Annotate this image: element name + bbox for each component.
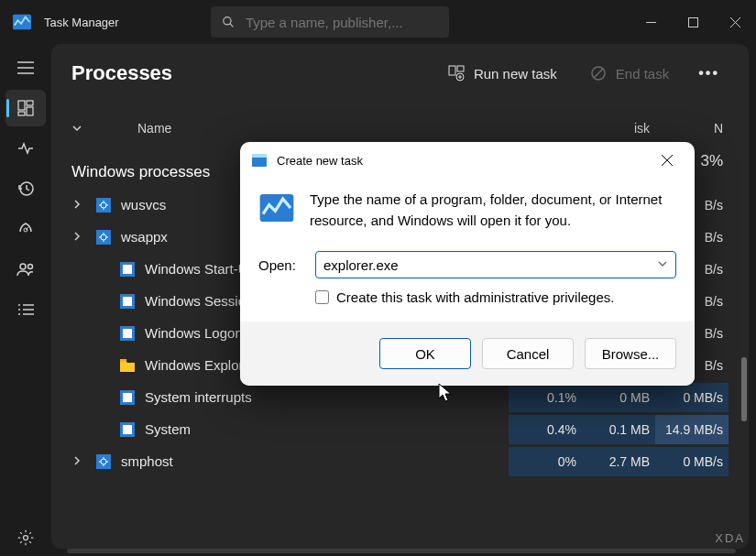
svg-point-18 bbox=[28, 265, 33, 269]
process-icon bbox=[95, 197, 112, 213]
process-icon bbox=[119, 325, 136, 342]
cancel-button[interactable]: Cancel bbox=[482, 338, 574, 369]
svg-point-1 bbox=[223, 17, 230, 25]
process-icon bbox=[119, 261, 136, 278]
create-new-task-dialog: Create new task Type the name of a progr… bbox=[240, 142, 695, 386]
svg-point-17 bbox=[20, 264, 26, 269]
svg-rect-47 bbox=[123, 425, 132, 434]
metric-cell: 0 MB bbox=[582, 383, 655, 412]
metric-cell: 0.1% bbox=[509, 383, 582, 412]
run-new-task-button[interactable]: Run new task bbox=[435, 58, 570, 89]
svg-rect-13 bbox=[18, 112, 25, 115]
nav-startup-apps[interactable] bbox=[5, 211, 46, 247]
process-name: smphost bbox=[121, 453, 173, 469]
end-task-label: End task bbox=[616, 66, 669, 82]
chevron-down-icon[interactable] bbox=[657, 256, 668, 273]
open-input[interactable] bbox=[323, 257, 657, 273]
svg-rect-26 bbox=[449, 66, 455, 75]
svg-rect-10 bbox=[18, 101, 25, 110]
end-task-icon bbox=[590, 65, 607, 82]
process-icon bbox=[119, 421, 136, 438]
svg-rect-12 bbox=[27, 107, 33, 115]
open-label: Open: bbox=[258, 257, 302, 273]
svg-rect-11 bbox=[27, 101, 33, 105]
svg-rect-35 bbox=[96, 230, 111, 245]
nav-processes[interactable] bbox=[5, 90, 46, 126]
col-disk[interactable]: isk bbox=[582, 121, 655, 136]
more-button[interactable]: ••• bbox=[689, 58, 729, 89]
minimize-button[interactable] bbox=[630, 0, 672, 44]
process-icon bbox=[119, 357, 136, 374]
svg-rect-27 bbox=[457, 66, 464, 71]
svg-line-32 bbox=[594, 69, 603, 78]
nav-details[interactable] bbox=[5, 291, 46, 328]
end-task-button[interactable]: End task bbox=[577, 58, 682, 89]
process-row[interactable]: System0.4%0.1 MB14.9 MB/s bbox=[71, 413, 749, 445]
ok-button[interactable]: OK bbox=[379, 338, 471, 369]
svg-rect-33 bbox=[96, 198, 111, 213]
titlebar: Task Manager bbox=[0, 0, 756, 44]
hamburger-button[interactable] bbox=[5, 49, 46, 86]
process-name: Windows Start-Up bbox=[145, 261, 256, 277]
svg-point-19 bbox=[18, 304, 20, 306]
svg-line-2 bbox=[230, 24, 234, 27]
process-name: Windows Explorer bbox=[145, 357, 256, 373]
nav-settings[interactable] bbox=[5, 519, 46, 556]
sort-chevron-icon[interactable] bbox=[71, 123, 82, 134]
process-row[interactable]: System interrupts0.1%0 MB0 MB/s bbox=[71, 381, 749, 413]
dialog-close-button[interactable] bbox=[651, 144, 684, 177]
svg-rect-42 bbox=[123, 329, 132, 338]
horizontal-scrollbar[interactable] bbox=[67, 549, 736, 553]
process-name: System interrupts bbox=[145, 389, 252, 405]
maximize-button[interactable] bbox=[672, 0, 714, 44]
svg-point-23 bbox=[18, 313, 20, 315]
window-controls bbox=[630, 0, 756, 44]
app-title: Task Manager bbox=[44, 16, 119, 29]
svg-rect-51 bbox=[252, 154, 267, 158]
metric-cell: 0% bbox=[509, 447, 582, 476]
page-title: Processes bbox=[71, 61, 172, 85]
expand-chevron-icon[interactable] bbox=[71, 229, 95, 245]
process-icon bbox=[95, 229, 112, 245]
search-box[interactable] bbox=[211, 6, 449, 38]
svg-point-21 bbox=[18, 309, 20, 311]
vertical-scrollbar[interactable] bbox=[741, 357, 747, 421]
dialog-icon bbox=[251, 152, 268, 169]
dialog-title: Create new task bbox=[277, 154, 363, 168]
dialog-description: Type the name of a program, folder, docu… bbox=[310, 190, 676, 231]
metric-cell: 0.4% bbox=[509, 415, 582, 444]
sidebar bbox=[0, 44, 51, 556]
admin-label: Create this task with administrative pri… bbox=[336, 289, 614, 305]
process-name: wusvcs bbox=[121, 197, 166, 213]
col-name[interactable]: Name bbox=[137, 121, 171, 136]
search-input[interactable] bbox=[246, 15, 438, 30]
process-name: System bbox=[145, 421, 191, 437]
process-name: wsappx bbox=[121, 229, 168, 245]
task-manager-icon bbox=[11, 11, 33, 33]
open-combobox[interactable] bbox=[315, 251, 676, 278]
svg-rect-38 bbox=[123, 265, 132, 274]
metric-cell: 0 MB/s bbox=[655, 447, 729, 476]
expand-chevron-icon[interactable] bbox=[71, 197, 95, 213]
process-row[interactable]: smphost0%2.7 MB0 MB/s bbox=[71, 445, 749, 477]
search-icon bbox=[222, 15, 235, 29]
close-button[interactable] bbox=[714, 0, 756, 44]
process-icon bbox=[119, 389, 136, 406]
browse-button[interactable]: Browse... bbox=[585, 338, 676, 369]
svg-rect-43 bbox=[120, 359, 126, 362]
nav-users[interactable] bbox=[5, 251, 46, 288]
col-network[interactable]: N bbox=[655, 121, 729, 136]
nav-app-history[interactable] bbox=[5, 170, 46, 207]
process-name: Windows Logon A bbox=[145, 325, 255, 341]
page-header: Processes Run new task End task ••• bbox=[51, 44, 749, 103]
nav-performance[interactable] bbox=[5, 130, 46, 167]
svg-rect-4 bbox=[688, 17, 697, 27]
metric-cell: 0 MB/s bbox=[655, 383, 729, 412]
metric-cell: 0.1 MB bbox=[582, 415, 655, 444]
process-icon bbox=[119, 293, 136, 310]
svg-rect-45 bbox=[123, 393, 132, 402]
admin-checkbox[interactable] bbox=[315, 290, 329, 304]
svg-point-25 bbox=[24, 536, 28, 540]
svg-rect-48 bbox=[96, 454, 111, 469]
expand-chevron-icon[interactable] bbox=[71, 453, 95, 469]
